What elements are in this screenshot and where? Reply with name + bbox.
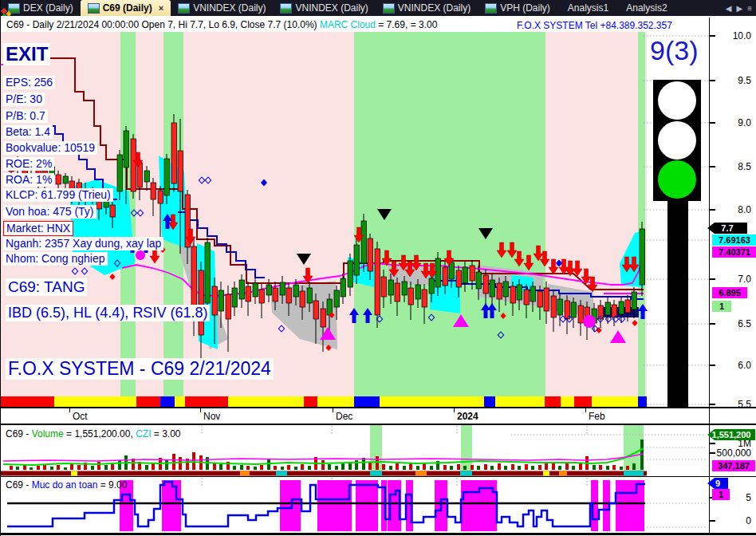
axis-tick-label: 6.0	[710, 360, 756, 371]
axis-tick-label: 5.5	[710, 399, 756, 410]
volume-pane-title: C69 - Volume = 1,551,200.00, CZI = 3.00	[6, 428, 181, 439]
date-tick	[454, 408, 455, 412]
overlay-label: F.O.X SYSTEM - C69 2/21/2024	[6, 358, 274, 380]
brand-phone: F.O.X SYSTEM Tel +84.389.352.357	[517, 18, 672, 33]
marc-cloud-label: MARC Cloud	[320, 19, 376, 30]
overlay-label: EPS: 256	[3, 76, 55, 89]
chart-tab-icon	[88, 3, 100, 14]
axis-tick-label: 9.5	[710, 75, 756, 86]
axis-tick-label: 8.5	[710, 161, 756, 172]
tab-label: DEX (Daily)	[23, 2, 73, 14]
volume-title-symbol: C69 -	[6, 428, 32, 439]
volume-status-strip	[1, 471, 647, 476]
tab-label: VNINDEX (Daily)	[398, 2, 471, 14]
tab-close-icon[interactable]: ×	[159, 3, 163, 13]
volume-bottom-border	[1, 476, 756, 477]
axis-tick-label: 8.0	[710, 204, 756, 215]
axis-value-badge: 7.69163	[712, 235, 756, 246]
tab-label: VNINDEX (Daily)	[295, 2, 368, 14]
tab-c69-daily-[interactable]: C69 (Daily)×	[81, 0, 171, 16]
window-bottom-border	[1, 533, 756, 535]
overlay-label: Market: HNX	[3, 221, 73, 236]
price-chart-canvas[interactable]	[1, 32, 710, 407]
date-tick	[200, 408, 201, 412]
volume-title-label: Volume	[32, 428, 64, 439]
traffic-light-lamp	[658, 160, 696, 199]
overlay-label: KLCP: 61.799 (Trieu)	[3, 188, 113, 202]
overlay-label: C69: TANG	[6, 278, 87, 296]
axis-tick-label: 7.0	[710, 274, 756, 285]
overlay-label: EXIT	[3, 43, 50, 65]
tab-analysis1[interactable]: Analysis1	[557, 0, 616, 16]
tab-vnindex-daily-[interactable]: VNINDEX (Daily)	[171, 0, 273, 16]
tab-bar: DEX (Daily)C69 (Daily)×VNINDEX (Daily)VN…	[1, 0, 756, 16]
tab-label: VPH (Daily)	[500, 2, 550, 14]
safety-pane-title: C69 - Muc do an toan = 9.00	[6, 479, 127, 491]
tab-label: Analysis1	[568, 2, 608, 14]
chart-tab-icon	[178, 3, 190, 14]
safety-title-label: Muc do an toan	[32, 479, 98, 491]
traffic-light-lamp	[658, 81, 696, 120]
overlay-label: IBD (6.5), HL (4.4), RSIV (61.8)	[6, 305, 210, 321]
axis-tick-label: 6.5	[710, 318, 756, 329]
axis-tick-label: 9.0	[710, 117, 756, 128]
traffic-light-lamp	[658, 121, 696, 160]
tab-label: VNINDEX (Daily)	[193, 2, 266, 14]
date-label: Dec	[336, 411, 352, 422]
axis-value-badge: 1	[712, 301, 731, 312]
dateaxis-bottom-border	[1, 424, 756, 425]
price-axis: 10.09.59.08.58.07.06.56.05.57.77.691637.…	[710, 0, 756, 536]
czi-value: = 3.00	[151, 428, 180, 439]
overlay-label: Nhom: Cong nghiep	[3, 252, 108, 266]
axis-tick-label: 10.0	[710, 30, 756, 41]
tab-vnindex-daily-[interactable]: VNINDEX (Daily)	[376, 0, 478, 16]
chart-tab-icon	[383, 3, 395, 14]
date-tick	[585, 408, 586, 412]
overlay-label: ROE: 2%	[3, 157, 54, 171]
axis-value-badge: 1	[712, 489, 730, 500]
overlay-label: Nganh: 2357 Xay dung, xay lap	[3, 237, 163, 250]
axis-value-badge: 6.895	[712, 287, 747, 298]
chart-tab-icon	[280, 3, 292, 14]
magenta-dot-icon	[136, 250, 145, 260]
tab-label: C69 (Daily)	[103, 2, 152, 14]
chart-tab-icon	[485, 3, 497, 14]
safety-title-value: = 9.00	[97, 479, 127, 491]
overlay-label: Von hoa: 475 (Ty)	[3, 205, 96, 219]
overlay-label: P/B: 0.7	[3, 109, 48, 123]
tab-vnindex-daily-[interactable]: VNINDEX (Daily)	[273, 0, 375, 16]
axis-value-badge: 1,551,200	[707, 429, 755, 440]
tab-vph-daily-[interactable]: VPH (Daily)	[478, 0, 557, 16]
date-tick	[69, 408, 70, 412]
chart-title-bar: C69 - Daily 2/21/2024 00:00:00 Open 7, H…	[1, 18, 756, 32]
date-tick	[333, 408, 333, 412]
tab-label: Analysis2	[626, 2, 667, 14]
axis-value-badge: 7.7	[707, 223, 747, 234]
axis-value-badge: 9	[707, 478, 728, 489]
overlay-label: ROA: 1%	[3, 173, 54, 187]
axis-tick-label: 500,000	[710, 447, 756, 459]
czi-label: CZI	[136, 428, 151, 439]
overlay-label: P/E: 30	[3, 93, 45, 106]
date-label: Feb	[589, 411, 605, 422]
volume-title-value: = 1,551,200.00,	[64, 428, 136, 439]
axis-tick-label: 0	[710, 515, 756, 526]
trend-ribbon	[1, 396, 647, 407]
app-window: DEX (Daily)C69 (Daily)×VNINDEX (Daily)VN…	[0, 0, 756, 536]
traffic-signal-count: 9(3)	[650, 35, 711, 66]
date-label: Oct	[73, 411, 88, 422]
chart-bottom-border	[1, 407, 756, 408]
safety-title-symbol: C69 -	[6, 479, 32, 491]
axis-value-badge: 7.40371	[712, 246, 756, 258]
overlay-label: Bookvalue: 10519	[3, 141, 97, 155]
date-axis[interactable]: OctNovDec2024Feb	[1, 408, 756, 424]
axis-value-badge: 347,187	[712, 460, 755, 471]
tab-analysis2[interactable]: Analysis2	[616, 0, 674, 16]
tab-dex-daily-[interactable]: DEX (Daily)	[1, 0, 81, 16]
magenta-dot-icon	[583, 315, 596, 328]
ohlc-summary: C69 - Daily 2/21/2024 00:00:00 Open 7, H…	[6, 19, 320, 30]
date-label: 2024	[457, 411, 478, 422]
overlay-label: Beta: 1.4	[3, 125, 53, 139]
date-label: Nov	[203, 411, 220, 422]
marc-cloud-values: = 7.69, = 3.00	[376, 19, 437, 30]
